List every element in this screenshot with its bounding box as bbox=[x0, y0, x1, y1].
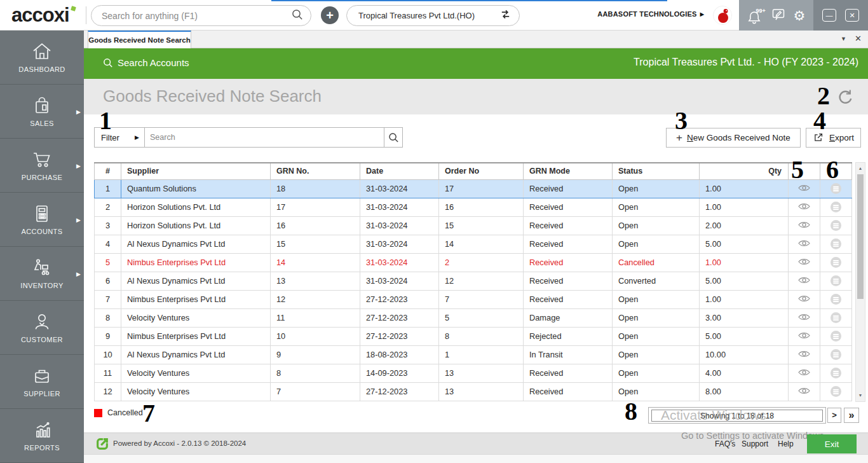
col-header-grn-no[interactable]: GRN No. bbox=[271, 163, 360, 179]
refresh-icon[interactable] bbox=[836, 88, 854, 106]
actions-cell bbox=[820, 382, 852, 401]
row-menu-icon[interactable] bbox=[831, 257, 841, 268]
sidebar-item-sales[interactable]: SALES ▶ bbox=[0, 85, 84, 139]
close-button[interactable]: ✕ bbox=[845, 9, 859, 22]
faqs-link[interactable]: FAQ's bbox=[715, 439, 735, 448]
table-row[interactable]: 7Nimbus Enterprises Pvt Ltd1227-12-20237… bbox=[95, 290, 852, 308]
tab-list-dropdown-icon[interactable]: ▼ bbox=[841, 36, 846, 42]
cell-index: 3 bbox=[95, 216, 121, 235]
module-header: Search Accounts Tropical Treasures Pvt L… bbox=[84, 48, 868, 79]
search-accounts-button[interactable]: Search Accounts bbox=[103, 57, 189, 68]
row-menu-icon[interactable] bbox=[831, 368, 841, 378]
notifications-button[interactable]: 99+ bbox=[747, 4, 764, 26]
table-row[interactable]: 10Al Nexus Dynamics Pvt Ltd918-08-20231I… bbox=[95, 345, 852, 364]
export-icon bbox=[813, 132, 824, 143]
view-icon[interactable] bbox=[798, 350, 810, 360]
scroll-down-icon[interactable]: ▼ bbox=[856, 391, 865, 400]
plus-icon: + bbox=[676, 132, 682, 144]
row-menu-icon[interactable] bbox=[831, 349, 841, 360]
row-menu-icon[interactable] bbox=[831, 220, 841, 231]
sidebar-item-reports[interactable]: REPORTS bbox=[0, 409, 84, 463]
col-header-index[interactable]: # bbox=[95, 163, 121, 179]
feedback-button[interactable] bbox=[771, 7, 785, 24]
organization-name: AABASOFT TECHNOLOGIES bbox=[597, 10, 696, 18]
actions-cell bbox=[820, 327, 852, 345]
powered-by-label: Powered by Accoxi - 2.0.13 © 2018-2024 bbox=[113, 439, 246, 447]
row-menu-icon[interactable] bbox=[831, 183, 841, 194]
row-menu-icon[interactable] bbox=[831, 294, 841, 305]
col-header-qty[interactable]: Qty bbox=[700, 163, 789, 179]
row-menu-icon[interactable] bbox=[831, 331, 841, 342]
table-row[interactable]: 9Nimbus Enterprises Pvt Ltd1027-12-20238… bbox=[95, 327, 852, 345]
sidebar-item-purchase[interactable]: PURCHASE ▶ bbox=[0, 139, 84, 193]
col-header-status[interactable]: Status bbox=[613, 163, 700, 179]
search-icon[interactable] bbox=[292, 9, 303, 23]
view-icon[interactable] bbox=[798, 368, 810, 378]
table-row[interactable]: 8Velocity Ventures1127-12-20235DamageOpe… bbox=[95, 308, 852, 327]
sidebar-item-customer[interactable]: CUSTOMER bbox=[0, 301, 84, 355]
row-menu-icon[interactable] bbox=[831, 386, 841, 397]
view-icon[interactable] bbox=[798, 239, 810, 249]
table-row[interactable]: 11Velocity Ventures814-09-202313Received… bbox=[95, 364, 852, 382]
sidebar-item-supplier[interactable]: SUPPLIER bbox=[0, 355, 84, 409]
table-row[interactable]: 12Velocity Ventures727-12-202313Received… bbox=[95, 382, 852, 401]
organization-menu[interactable]: AABASOFT TECHNOLOGIES ▶ bbox=[597, 10, 704, 18]
sidebar-item-dashboard[interactable]: DASHBOARD bbox=[0, 31, 84, 85]
view-icon[interactable] bbox=[798, 331, 810, 342]
settings-gear-icon[interactable]: ⚙ bbox=[794, 9, 806, 22]
help-link[interactable]: Help bbox=[778, 439, 794, 448]
view-icon[interactable] bbox=[798, 184, 810, 194]
export-button[interactable]: Export bbox=[806, 128, 861, 148]
view-icon[interactable] bbox=[798, 202, 810, 212]
switch-company-icon[interactable] bbox=[499, 8, 512, 23]
new-goods-received-note-button[interactable]: + New Goods Received Note bbox=[666, 128, 801, 148]
tab-close-icon[interactable]: ✕ bbox=[855, 34, 862, 43]
table-row[interactable]: 2Horizon Solutions Pvt. Ltd1731-03-20241… bbox=[95, 198, 852, 216]
filter-dropdown[interactable]: Filter ▶ bbox=[94, 127, 145, 148]
company-selector[interactable]: Tropical Treasures Pvt Ltd.(HO) bbox=[346, 5, 520, 26]
cell-date: 27-12-2023 bbox=[360, 290, 439, 308]
cell-qty: 3.00 bbox=[700, 308, 789, 327]
col-header-supplier[interactable]: Supplier bbox=[121, 163, 271, 179]
cell-supplier: Al Nexus Dynamics Pvt Ltd bbox=[121, 345, 271, 364]
sidebar-item-accounts[interactable]: ACCOUNTS ▶ bbox=[0, 193, 84, 247]
scrollbar-thumb[interactable] bbox=[857, 174, 864, 299]
row-menu-icon[interactable] bbox=[831, 275, 841, 286]
table-row[interactable]: 1Quantum Solutions1831-03-202417Received… bbox=[95, 179, 852, 198]
view-icon[interactable] bbox=[798, 276, 810, 286]
user-avatar[interactable] bbox=[713, 6, 732, 25]
table-scrollbar[interactable]: ▲ ▼ bbox=[855, 162, 865, 402]
table-row[interactable]: 6Al Nexus Dynamics Pvt Ltd1331-03-202412… bbox=[95, 272, 852, 290]
table-row[interactable]: 5Nimbus Enterprises Pvt Ltd1431-03-20242… bbox=[95, 253, 852, 272]
scroll-up-icon[interactable]: ▲ bbox=[856, 164, 865, 173]
grn-search-button[interactable] bbox=[384, 127, 403, 148]
view-icon[interactable] bbox=[798, 258, 810, 268]
col-header-order-no[interactable]: Order No bbox=[439, 163, 524, 179]
exit-button[interactable]: Exit bbox=[807, 434, 857, 453]
quick-add-button[interactable]: + bbox=[321, 6, 339, 24]
cell-order-no: 1 bbox=[439, 345, 524, 364]
view-icon[interactable] bbox=[798, 313, 810, 323]
view-icon[interactable] bbox=[798, 294, 810, 305]
sidebar-item-inventory[interactable]: INVENTORY ▶ bbox=[0, 247, 84, 301]
table-row[interactable]: 4Al Nexus Dynamics Pvt Ltd1531-03-202414… bbox=[95, 235, 852, 253]
cell-status: Open bbox=[613, 364, 700, 382]
cell-grn-no: 9 bbox=[271, 345, 360, 364]
next-page-button[interactable]: > bbox=[827, 408, 841, 423]
row-menu-icon[interactable] bbox=[831, 312, 841, 323]
cell-supplier: Nimbus Enterprises Pvt Ltd bbox=[121, 327, 271, 345]
minimize-button[interactable]: — bbox=[822, 9, 836, 22]
col-header-grn-mode[interactable]: GRN Mode bbox=[524, 163, 613, 179]
col-header-date[interactable]: Date bbox=[360, 163, 439, 179]
global-search-input[interactable]: Search for anything (F1) bbox=[91, 5, 311, 26]
view-icon[interactable] bbox=[798, 387, 810, 397]
view-icon[interactable] bbox=[798, 221, 810, 231]
tab-goods-received-note-search[interactable]: Goods Received Note Search bbox=[88, 31, 191, 48]
table-row[interactable]: 3Horizon Solutions Pvt. Ltd1631-03-20241… bbox=[95, 216, 852, 235]
actions-cell bbox=[820, 253, 852, 272]
row-menu-icon[interactable] bbox=[831, 238, 841, 249]
last-page-button[interactable]: » bbox=[844, 408, 859, 423]
grn-search-input[interactable] bbox=[145, 127, 384, 148]
row-menu-icon[interactable] bbox=[831, 202, 841, 212]
support-link[interactable]: Support bbox=[742, 439, 768, 448]
